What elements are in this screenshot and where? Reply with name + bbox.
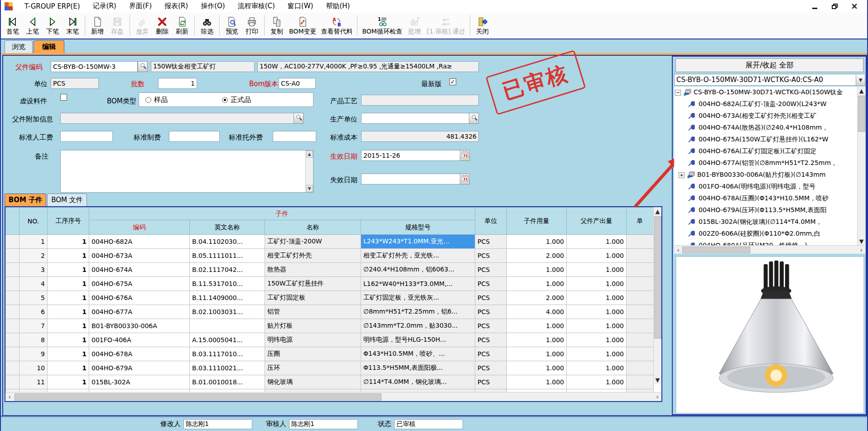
table-cell[interactable]: 004HO-673A: [89, 249, 190, 263]
table-cell[interactable]: [627, 291, 654, 305]
tree-item[interactable]: 004HO-678A(压圈)(Φ143*H10.5MM，喷砂: [674, 193, 857, 204]
table-cell[interactable]: [6, 333, 19, 347]
table-cell[interactable]: 明纬电源: [265, 333, 361, 347]
tab-bom-children[interactable]: BOM 子件: [5, 194, 46, 206]
batch-field[interactable]: 1: [158, 78, 197, 89]
menu-item-6[interactable]: 窗口(W): [281, 0, 320, 12]
table-cell[interactable]: 1.000: [567, 375, 627, 389]
table-cell[interactable]: 1: [48, 291, 89, 305]
table-cell[interactable]: 相变工矿灯外壳，亚光铁...: [361, 249, 475, 263]
table-cell[interactable]: 1: [48, 277, 89, 291]
table-cell[interactable]: L162*W40*H133*T3.0MM,...: [361, 277, 475, 291]
table-cell[interactable]: 1.000: [567, 361, 627, 375]
toolbar-button-delete-x[interactable]: 删除: [152, 13, 172, 38]
expiry-date-field[interactable]: [361, 174, 470, 184]
remark-scrollbar[interactable]: ▲ ▼: [305, 150, 313, 192]
table-cell[interactable]: 004HO-674A: [89, 263, 190, 277]
toolbar-button-copy[interactable]: 复制: [267, 13, 287, 38]
scroll-right-icon[interactable]: ›: [653, 393, 661, 401]
tree-item[interactable]: 004HO-677A(铝管)(∅8mm*H51*T2.25mm，: [674, 157, 857, 169]
scroll-up-icon[interactable]: ▲: [306, 150, 313, 158]
table-cell[interactable]: L243*W243*T1.0MM.亚光...: [361, 235, 475, 249]
table-cell[interactable]: 压圈: [265, 347, 361, 361]
effective-date-calendar-button[interactable]: 31: [460, 150, 470, 161]
table-cell[interactable]: ∅8mm*H51*T2.25mm，铝6...: [361, 305, 475, 319]
table-cell[interactable]: [6, 235, 19, 249]
std-mfg-field[interactable]: [169, 131, 220, 142]
table-cell[interactable]: 1.000: [567, 291, 627, 305]
table-cell[interactable]: 1: [48, 263, 89, 277]
scroll-right-icon[interactable]: ›: [857, 246, 865, 254]
std-labor-field[interactable]: [60, 131, 113, 142]
table-cell[interactable]: PCS: [475, 361, 507, 375]
table-cell[interactable]: [627, 375, 654, 389]
table-cell[interactable]: 工矿灯固定板，亚光铁灰...: [361, 291, 475, 305]
table-cell[interactable]: 1.000: [567, 277, 627, 291]
table-cell[interactable]: 1: [48, 235, 89, 249]
toolbar-button-nav-first[interactable]: 首笔: [3, 13, 23, 38]
table-cell[interactable]: 1: [48, 361, 89, 375]
menu-item-3[interactable]: 报表(R): [158, 0, 194, 12]
table-cell[interactable]: PCS: [475, 291, 507, 305]
expiry-date-calendar-button[interactable]: 31: [460, 174, 470, 184]
table-cell[interactable]: B.05.1111011...: [190, 249, 265, 263]
tab-edit[interactable]: 编辑: [34, 40, 64, 53]
tree-item[interactable]: 004HO-680A(吊环)(M20、铁镀铬、): [674, 240, 857, 245]
scroll-down-icon[interactable]: ▼: [654, 376, 662, 384]
table-cell[interactable]: [627, 305, 654, 319]
table-cell[interactable]: [6, 263, 19, 277]
table-cell[interactable]: 004HO-682A: [89, 235, 190, 249]
table-vertical-scrollbar[interactable]: ▲ ▼: [653, 207, 661, 384]
table-cell[interactable]: PCS: [475, 375, 507, 389]
table-cell[interactable]: ∅240.4*H108mm，铝6063...: [361, 263, 475, 277]
table-cell[interactable]: 1: [48, 375, 89, 389]
table-cell[interactable]: [627, 263, 654, 277]
tree-item[interactable]: 004HO-679A(压环)(Φ113.5*H5MM,表面阳: [674, 204, 857, 216]
menu-item-7[interactable]: 帮助(H): [319, 0, 356, 12]
table-cell[interactable]: 工矿灯-顶盖-200W: [265, 235, 361, 249]
table-cell[interactable]: [6, 319, 19, 333]
table-cell[interactable]: 5: [19, 291, 48, 305]
table-cell[interactable]: 3: [19, 263, 48, 277]
toolbar-button-doc-new[interactable]: 新增: [87, 13, 107, 38]
table-cell[interactable]: [627, 235, 654, 249]
expand-icon[interactable]: +: [679, 172, 685, 178]
table-cell[interactable]: 2.000: [507, 291, 567, 305]
table-cell[interactable]: 铝管: [265, 305, 361, 319]
tree-item[interactable]: 002Z0-606A(硅胶圈)(Φ110*Φ2.0mm,白: [674, 228, 857, 240]
table-cell[interactable]: 1.000: [567, 235, 627, 249]
bom-version-combobox[interactable]: CS-BYB-O-150MW-30D71-WCTKG-A0:CS-A0 ▼: [674, 74, 865, 86]
table-cell[interactable]: 004HO-678A: [89, 347, 190, 361]
table-cell[interactable]: 1: [19, 235, 48, 249]
table-horizontal-scrollbar[interactable]: ‹ ›: [5, 392, 661, 401]
table-cell[interactable]: 004HO-676A: [89, 291, 190, 305]
table-cell[interactable]: 1.000: [507, 319, 567, 333]
scrollbar-thumb[interactable]: [14, 393, 381, 401]
table-cell[interactable]: 2.000: [507, 249, 567, 263]
table-cell[interactable]: PCS: [475, 249, 507, 263]
table-cell[interactable]: [190, 319, 265, 333]
table-cell[interactable]: ∅114*T4.0MM，钢化玻璃...: [361, 375, 475, 389]
toolbar-button-nav-next[interactable]: 下笔: [43, 13, 63, 38]
parent-extra-lookup-button[interactable]: [294, 113, 304, 124]
menu-item-5[interactable]: 流程审核(C): [231, 0, 281, 12]
table-cell[interactable]: 1: [48, 249, 89, 263]
table-cell[interactable]: B.04.1102030...: [190, 235, 265, 249]
table-cell[interactable]: A.15.0005041...: [190, 333, 265, 347]
scroll-left-icon[interactable]: ‹: [5, 393, 14, 401]
table-cell[interactable]: ∅143mm*T2.0mm，贴3030...: [361, 319, 475, 333]
table-cell[interactable]: 1.000: [567, 305, 627, 319]
table-cell[interactable]: [6, 277, 19, 291]
table-cell[interactable]: 150W工矿灯悬挂件: [265, 277, 361, 291]
table-cell[interactable]: 4.000: [507, 305, 567, 319]
table-cell[interactable]: [627, 277, 654, 291]
table-cell[interactable]: 1.000: [507, 347, 567, 361]
toolbar-button-nav-prev[interactable]: 上笔: [23, 13, 43, 38]
toolbar-button-substitute[interactable]: AB查看替代料: [318, 13, 355, 38]
table-cell[interactable]: 1: [48, 333, 89, 347]
table-cell[interactable]: [6, 361, 19, 375]
table-cell[interactable]: 压环: [265, 361, 361, 375]
table-cell[interactable]: 9: [19, 347, 48, 361]
table-cell[interactable]: 1.000: [507, 277, 567, 291]
table-cell[interactable]: 015BL-302A: [89, 375, 190, 389]
